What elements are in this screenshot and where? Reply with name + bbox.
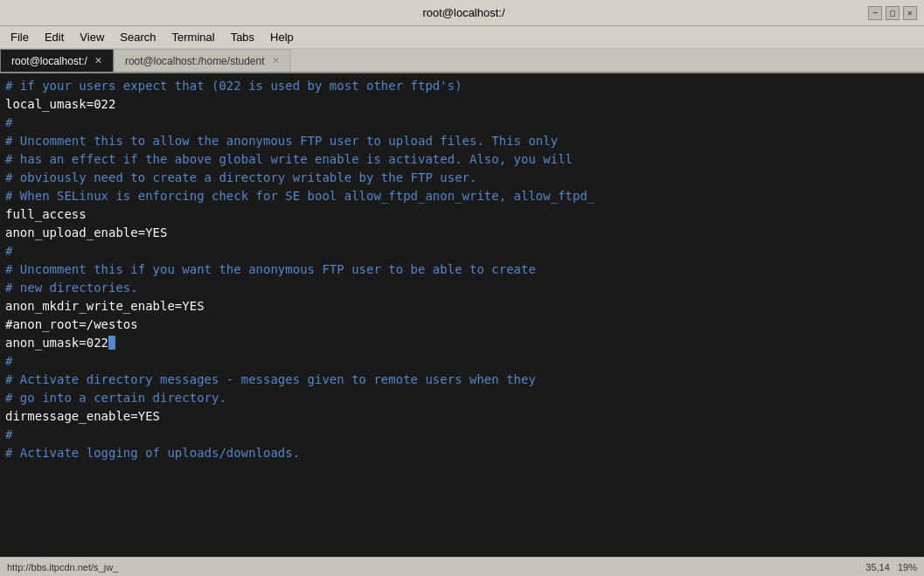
terminal-line-13: #anon_root=/westos [5,316,919,334]
terminal-line-8: anon_upload_enable=YES [5,224,919,242]
tab-close-1[interactable]: ✕ [272,55,280,66]
terminal-line-18: dirmessage_enable=YES [5,407,919,426]
terminal-line-6: # When SELinux is enforcing check for SE… [5,187,919,205]
titlebar-buttons: − □ ✕ [868,6,917,20]
minimize-button[interactable]: − [868,6,882,20]
menubar-item-search[interactable]: Search [113,29,163,45]
statusbar: http://bbs.itpcdn.net/s_jw_ 35,14 19% [0,557,924,576]
terminal-line-19: # [5,426,919,444]
terminal-line-12: anon_mkdir_write_enable=YES [5,297,919,316]
terminal-line-4: # has an effect if the above global writ… [5,150,919,169]
status-position: 35,14 19% [865,562,917,573]
status-url: http://bbs.itpcdn.net/s_jw_ [7,562,118,573]
terminal-line-20: # Activate logging of uploads/downloads. [5,444,919,462]
terminal-line-3: # Uncomment this to allow the anonymous … [5,132,919,150]
terminal-line-9: # [5,242,919,260]
tab-label-1: root@localhost:/home/student [125,55,265,67]
menubar-item-file[interactable]: File [3,29,36,45]
maximize-button[interactable]: □ [886,6,900,20]
terminal-content[interactable]: # if your users expect that (022 is used… [0,73,924,557]
menubar-item-terminal[interactable]: Terminal [165,29,222,45]
menubar-item-view[interactable]: View [73,29,111,45]
terminal-line-17: # go into a certain directory. [5,389,919,407]
tabbar: root@localhost:/✕root@localhost:/home/st… [0,49,924,73]
terminal-line-11: # new directories. [5,279,919,297]
terminal-line-16: # Activate directory messages - messages… [5,371,919,389]
terminal-line-5: # obviously need to create a directory w… [5,169,919,187]
menubar-item-help[interactable]: Help [263,29,301,45]
tab-close-0[interactable]: ✕ [94,55,102,66]
terminal-line-10: # Uncomment this if you want the anonymo… [5,260,919,279]
titlebar-title: root@localhost:/ [59,6,868,19]
menubar-item-edit[interactable]: Edit [38,29,71,45]
menubar-item-tabs[interactable]: Tabs [224,29,261,45]
terminal-line-0: # if your users expect that (022 is used… [5,77,919,95]
close-button[interactable]: ✕ [903,6,917,20]
tab-label-0: root@localhost:/ [11,55,87,67]
terminal-line-7: full_access [5,205,919,224]
terminal-line-1: local_umask=022 [5,95,919,114]
terminal-line-14: anon_umask=022 [5,334,919,352]
titlebar: root@localhost:/ − □ ✕ [0,0,924,26]
tab-0[interactable]: root@localhost:/✕ [0,49,114,72]
terminal-line-15: # [5,352,919,371]
tab-1[interactable]: root@localhost:/home/student✕ [114,49,291,72]
terminal-line-2: # [5,114,919,132]
menubar: FileEditViewSearchTerminalTabsHelp [0,26,924,49]
